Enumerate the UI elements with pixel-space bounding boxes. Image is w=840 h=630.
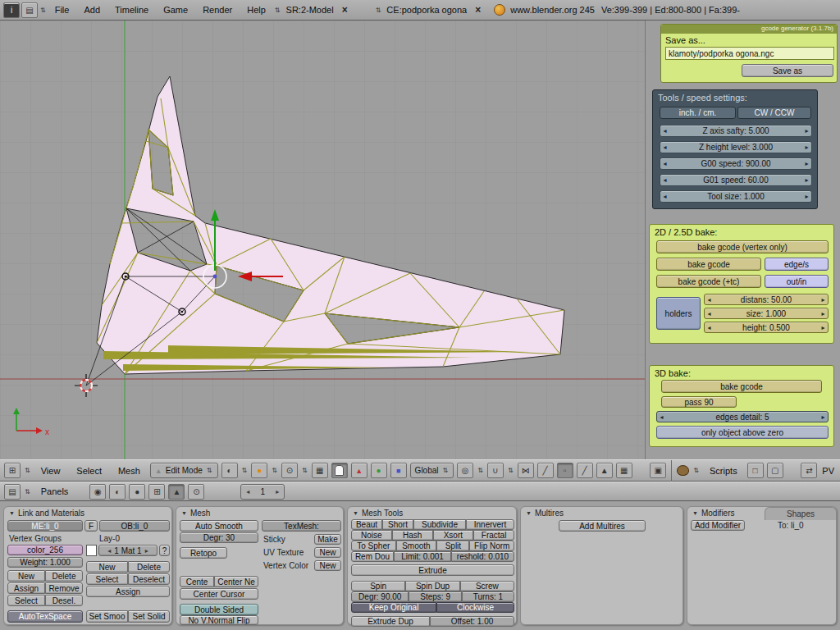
shading-ball-icon[interactable]: ● bbox=[251, 463, 267, 478]
scene-selector[interactable]: CE:podporka ogona bbox=[383, 5, 470, 15]
panel-collapse-icon[interactable]: ▼ bbox=[9, 510, 15, 516]
3d-viewport[interactable]: x (1) li_0 bbox=[0, 21, 645, 459]
menu-timeline[interactable]: Timeline bbox=[108, 5, 155, 15]
right-arrow-icon[interactable]: ▸ bbox=[802, 144, 811, 151]
panel-collapse-icon[interactable]: ▼ bbox=[526, 510, 532, 516]
centre-button[interactable]: Cente bbox=[180, 576, 214, 587]
vertex-group-name-field[interactable]: color_256 bbox=[7, 545, 83, 555]
vgroup-assign-button[interactable]: Assign bbox=[7, 582, 45, 594]
mode-dropdown[interactable]: ▲ Edit Mode ⇅ bbox=[150, 463, 218, 478]
material-select-button[interactable]: Select bbox=[86, 573, 128, 585]
fake-user-button[interactable]: F bbox=[84, 520, 98, 532]
bake-gcode-button[interactable]: bake gcode bbox=[656, 258, 761, 271]
screen-selector[interactable]: SR:2-Model bbox=[283, 5, 337, 15]
set-smooth-button[interactable]: Set Smoo bbox=[86, 610, 128, 623]
vertex-color-new-button[interactable]: New bbox=[314, 560, 341, 571]
edges-detail-slider[interactable]: ◂edges detail: 5▸ bbox=[656, 411, 829, 422]
pass-field[interactable]: pass 90 bbox=[661, 396, 737, 408]
turns-field[interactable]: Turns: 1 bbox=[462, 591, 514, 602]
panel-collapse-icon[interactable]: ▼ bbox=[692, 510, 698, 516]
proportional-edit-icon[interactable]: ◎ bbox=[457, 463, 473, 478]
panel-collapse-icon[interactable]: ▼ bbox=[181, 510, 187, 516]
short-button[interactable]: Short bbox=[382, 519, 413, 530]
menu-file[interactable]: File bbox=[48, 5, 76, 15]
editing-context-icon[interactable]: ▲ bbox=[168, 484, 185, 500]
left-arrow-icon[interactable]: ◂ bbox=[660, 127, 669, 135]
menu-view[interactable]: View bbox=[34, 466, 67, 476]
menu-render[interactable]: Render bbox=[196, 5, 239, 15]
left-arrow-icon[interactable]: ◂ bbox=[705, 296, 714, 304]
manipulator-hand-icon[interactable] bbox=[331, 463, 348, 478]
edge-select-mode-icon[interactable]: ╱ bbox=[577, 463, 593, 478]
screw-button[interactable]: Screw bbox=[460, 581, 514, 591]
extrude-button[interactable]: Extrude bbox=[351, 564, 514, 576]
holders-distance-slider[interactable]: ◂distans: 50.00▸ bbox=[704, 294, 829, 305]
material-color-swatch[interactable] bbox=[86, 545, 97, 556]
centre-cursor-button[interactable]: Center Cursor bbox=[180, 588, 258, 600]
xsort-button[interactable]: Xsort bbox=[433, 530, 474, 541]
panel-collapse-icon[interactable]: ▼ bbox=[353, 510, 358, 516]
centre-new-button[interactable]: Center Ne bbox=[214, 576, 258, 587]
threshold-field[interactable]: reshold: 0.010 bbox=[451, 551, 514, 562]
inch-cm-button[interactable]: inch. / cm. bbox=[660, 107, 736, 119]
holders-button[interactable]: holders bbox=[656, 297, 701, 330]
menu-mesh[interactable]: Mesh bbox=[112, 466, 147, 476]
limit-field[interactable]: Limit: 0.001 bbox=[394, 551, 451, 562]
menu-select[interactable]: Select bbox=[70, 466, 108, 476]
hash-button[interactable]: Hash bbox=[392, 530, 433, 541]
bake-gcode-vertex-only-button[interactable]: bake gcode (vertex only) bbox=[656, 240, 829, 253]
vgroup-select-button[interactable]: Select bbox=[7, 595, 45, 606]
beauty-button[interactable]: Beaut bbox=[351, 519, 382, 530]
g00-speed-slider[interactable]: ◂G00 speed: 900.00▸ bbox=[660, 158, 812, 170]
bake-3d-gcode-button[interactable]: bake gcode bbox=[661, 380, 822, 393]
selected-vertex[interactable] bbox=[213, 275, 217, 279]
to-sphere-button[interactable]: To Spher bbox=[351, 541, 396, 551]
extrude-dup-button[interactable]: Extrude Dup bbox=[351, 616, 430, 627]
add-multires-button[interactable]: Add Multires bbox=[559, 520, 646, 532]
mesh-name-field[interactable]: ME:li_0 bbox=[7, 520, 83, 532]
swap-icon[interactable]: ⇄ bbox=[801, 463, 817, 478]
texmesh-field[interactable]: TexMesh: bbox=[262, 520, 341, 532]
spin-button[interactable]: Spin bbox=[351, 581, 405, 591]
scene-browse-icon[interactable]: ⇅ bbox=[376, 7, 381, 14]
left-arrow-icon[interactable]: ◂ bbox=[107, 547, 111, 555]
pivot-icon[interactable]: ⊙ bbox=[281, 463, 298, 478]
z-height-level-slider[interactable]: ◂Z height level: 3.000▸ bbox=[660, 141, 812, 153]
left-arrow-icon[interactable]: ◂ bbox=[657, 413, 666, 421]
material-assign-button[interactable]: Assign bbox=[86, 586, 170, 597]
right-arrow-icon[interactable]: ▸ bbox=[802, 160, 811, 167]
weight-field[interactable]: Weight: 1.000 bbox=[7, 557, 83, 568]
spin-degr-field[interactable]: Degr: 90.00 bbox=[351, 591, 409, 602]
draw-mode-icon[interactable]: ◐ bbox=[221, 463, 238, 478]
shading-context-icon[interactable]: ● bbox=[129, 484, 145, 500]
menu-panels[interactable]: Panels bbox=[34, 486, 75, 496]
innervert-button[interactable]: Innervert bbox=[466, 519, 514, 530]
uv-texture-new-button[interactable]: New bbox=[314, 547, 341, 558]
double-sided-toggle[interactable]: Double Sided bbox=[180, 604, 258, 615]
retopo-toggle[interactable]: Retopo bbox=[180, 547, 227, 559]
left-arrow-icon[interactable]: ◂ bbox=[660, 160, 669, 167]
material-new-button[interactable]: New bbox=[86, 561, 128, 573]
right-arrow-icon[interactable]: ▸ bbox=[145, 547, 148, 555]
material-query-button[interactable]: ? bbox=[159, 545, 170, 556]
vgroup-deselect-button[interactable]: Desel. bbox=[45, 595, 83, 606]
window-icon[interactable]: □ bbox=[747, 463, 764, 478]
left-arrow-icon[interactable]: ◂ bbox=[705, 324, 714, 331]
vertex-select-mode-icon[interactable]: ▫ bbox=[557, 463, 573, 478]
holders-size-slider[interactable]: ◂size: 1.000▸ bbox=[704, 308, 829, 319]
left-arrow-icon[interactable]: ◂ bbox=[246, 488, 249, 495]
vgroup-new-button[interactable]: New bbox=[7, 570, 45, 582]
menu-game[interactable]: Game bbox=[157, 5, 194, 15]
save-path-input[interactable] bbox=[665, 47, 834, 60]
right-arrow-icon[interactable]: ▸ bbox=[276, 488, 279, 495]
shapes-tab[interactable]: Shapes bbox=[765, 507, 837, 520]
scripts-monkey-icon[interactable] bbox=[677, 465, 689, 476]
sticky-make-button[interactable]: Make bbox=[314, 534, 341, 545]
split-button[interactable]: Split bbox=[436, 541, 469, 551]
render-preview-icon[interactable]: ▣ bbox=[650, 463, 666, 478]
remove-doubles-button[interactable]: Rem Dou bbox=[351, 551, 394, 562]
no-vnormal-flip-toggle[interactable]: No V.Normal Flip bbox=[180, 615, 258, 625]
right-arrow-icon[interactable]: ▸ bbox=[819, 413, 828, 421]
add-modifier-button[interactable]: Add Modifier bbox=[691, 520, 745, 531]
orientation-dropdown[interactable]: Global ⇅ bbox=[410, 463, 454, 478]
